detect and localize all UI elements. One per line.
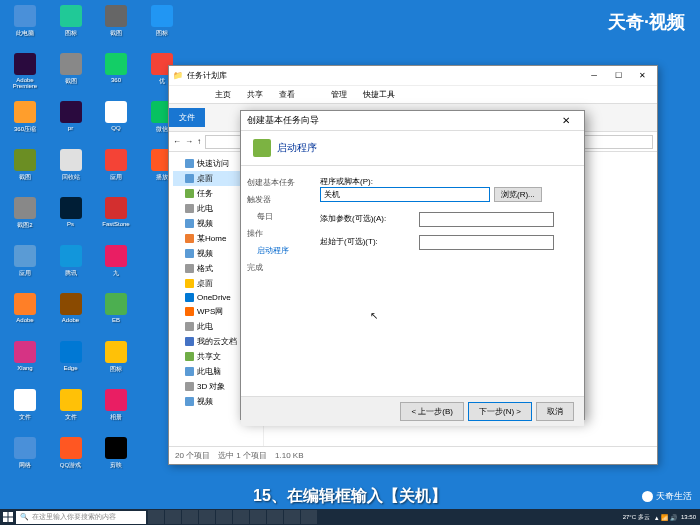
desktop-icon[interactable]: EB [96,293,136,333]
taskbar-app[interactable] [267,510,283,524]
taskbar-app[interactable] [216,510,232,524]
back-button[interactable]: < 上一步(B) [400,402,464,421]
start-button[interactable] [0,509,16,525]
wizard-heading: 启动程序 [277,141,317,155]
desktop-icon[interactable]: 回收站 [51,149,91,189]
svg-rect-2 [3,518,8,523]
taskbar-app[interactable] [148,510,164,524]
desktop-icon[interactable]: Xlang [5,341,45,381]
wizard-nav-step: 完成 [247,259,300,276]
desktop-icon[interactable]: 应用 [96,149,136,189]
wizard-header: 启动程序 [241,131,584,166]
watermark-top: 天奇·视频 [608,10,685,34]
desktop-icon[interactable]: 截图 [51,53,91,93]
explorer-icon: 📁 [173,71,183,80]
browse-button[interactable]: 浏览(R)... [494,187,542,202]
next-button[interactable]: 下一步(N) > [468,402,532,421]
weather-widget[interactable]: 27°C 多云 [623,513,650,522]
wizard-nav-step: 创建基本任务 [247,174,300,191]
desktop-icon[interactable]: 应用 [5,245,45,285]
desktop-icon[interactable]: 图标 [142,5,182,45]
explorer-title: 任务计划库 [187,70,227,81]
taskbar-app[interactable] [250,510,266,524]
taskbar-app[interactable] [301,510,317,524]
desktop-icon[interactable]: 文件 [5,389,45,429]
wizard-title-text: 创建基本任务向导 [247,114,319,127]
explorer-ribbon-tabs: 主页 共享 查看 管理 快捷工具 [169,86,657,104]
nav-back-icon[interactable]: ← [173,137,181,146]
system-tray[interactable]: 27°C 多云 ▲ 📶 🔊 13:50 [619,513,700,522]
wizard-content: 程序或脚本(P): 浏览(R)... 添加参数(可选)(A): 起始于(可选)(… [306,166,584,396]
desktop-icon[interactable]: 此电脑 [5,5,45,45]
minimize-button[interactable]: ─ [583,69,605,83]
close-button[interactable]: ✕ [631,69,653,83]
svg-rect-3 [9,518,14,523]
task-wizard-dialog: 创建基本任务向导 ✕ 启动程序 创建基本任务触发器每日操作启动程序完成 程序或脚… [240,110,585,420]
desktop-icon[interactable]: QQ [96,101,136,141]
wizard-footer: < 上一步(B) 下一步(N) > 取消 [241,396,584,426]
wizard-nav-step: 每日 [247,208,300,225]
nav-up-icon[interactable]: ↑ [197,137,201,146]
file-tab[interactable]: 文件 [169,108,205,127]
desktop-icon[interactable]: 截图 [96,5,136,45]
startin-label: 起始于(可选)(T): [320,236,415,247]
taskbar-apps [148,510,317,524]
ribbon-tab[interactable]: 主页 [207,89,239,100]
wizard-nav-step: 启动程序 [247,242,300,259]
desktop-icon[interactable]: 截图2 [5,197,45,237]
wizard-nav: 创建基本任务触发器每日操作启动程序完成 [241,166,306,396]
taskbar-app[interactable] [233,510,249,524]
desktop-icon[interactable]: pr [51,101,91,141]
ribbon-tab[interactable]: 查看 [271,89,303,100]
args-label: 添加参数(可选)(A): [320,213,415,224]
desktop-icon[interactable]: 九 [96,245,136,285]
wizard-titlebar[interactable]: 创建基本任务向导 ✕ [241,111,584,131]
taskbar-app[interactable] [182,510,198,524]
explorer-titlebar[interactable]: 📁 任务计划库 ─ ☐ ✕ [169,66,657,86]
maximize-button[interactable]: ☐ [607,69,629,83]
desktop-icon[interactable]: 图标 [51,5,91,45]
wizard-close-button[interactable]: ✕ [554,115,578,126]
desktop-icon[interactable]: 文件 [51,389,91,429]
nav-fwd-icon[interactable]: → [185,137,193,146]
desktop-icon[interactable]: Adobe [5,293,45,333]
desktop-icon[interactable]: 360压缩 [5,101,45,141]
watermark-bottom: 天奇生活 [642,490,692,503]
taskbar: 🔍 在这里输入你要搜索的内容 27°C 多云 ▲ 📶 🔊 13:50 [0,509,700,525]
tray-icons[interactable]: ▲ 📶 🔊 [654,514,677,521]
program-input[interactable] [320,187,490,202]
ribbon-tab[interactable]: 快捷工具 [355,89,403,100]
desktop-icon[interactable]: 腾讯 [51,245,91,285]
desktop-icon[interactable]: 图标 [96,341,136,381]
wizard-nav-step: 触发器 [247,191,300,208]
tutorial-caption: 15、在编辑框输入【关机】 [253,486,447,507]
desktop-icon[interactable]: Adobe Premiere [5,53,45,93]
search-icon: 🔍 [20,513,29,521]
wizard-icon [253,139,271,157]
svg-rect-0 [3,512,8,517]
desktop-icon[interactable]: Adobe [51,293,91,333]
taskbar-app[interactable] [199,510,215,524]
clock[interactable]: 13:50 [681,514,696,520]
explorer-statusbar: 20 个项目 选中 1 个项目 1.10 KB [169,446,657,464]
taskbar-app[interactable] [284,510,300,524]
program-label: 程序或脚本(P): [320,177,373,186]
startin-input[interactable] [419,235,554,250]
desktop-icon[interactable]: Edge [51,341,91,381]
taskbar-app[interactable] [165,510,181,524]
desktop-icon[interactable]: QQ游戏 [51,437,91,477]
ribbon-tab[interactable]: 共享 [239,89,271,100]
taskbar-search[interactable]: 🔍 在这里输入你要搜索的内容 [16,511,146,524]
cancel-button[interactable]: 取消 [536,402,574,421]
logo-icon [642,491,653,502]
desktop-icon[interactable]: 相册 [96,389,136,429]
desktop-icon[interactable]: 360 [96,53,136,93]
desktop-icon[interactable]: 剪映 [96,437,136,477]
svg-rect-1 [9,512,14,517]
desktop-icon[interactable]: 网络 [5,437,45,477]
desktop-icon[interactable]: FastStone [96,197,136,237]
ribbon-tab[interactable]: 管理 [323,89,355,100]
desktop-icon[interactable]: Ps [51,197,91,237]
desktop-icon[interactable]: 截图 [5,149,45,189]
args-input[interactable] [419,212,554,227]
